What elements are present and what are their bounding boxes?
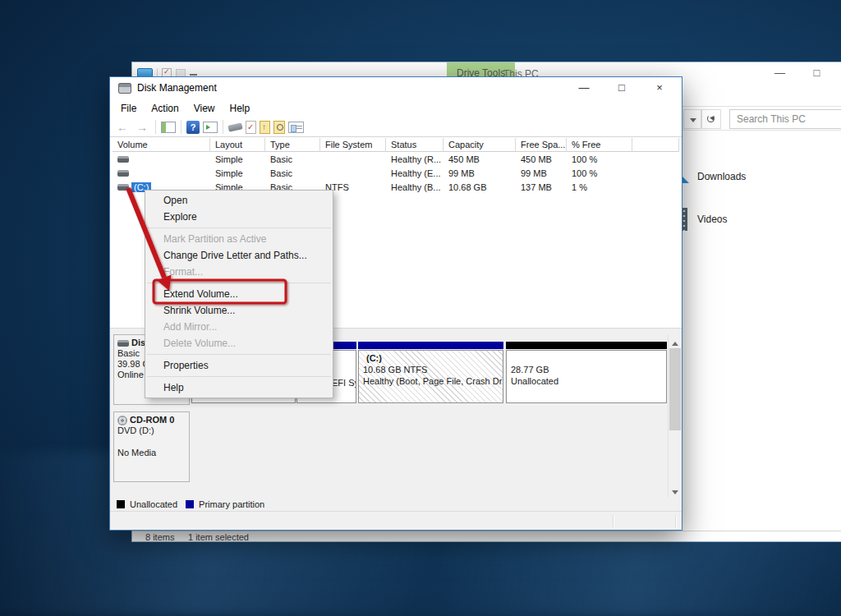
disk-management-icon [118, 83, 131, 94]
c-partition-name: (C:) [363, 352, 499, 364]
status-pane-divider [613, 515, 614, 527]
scroll-down-icon[interactable] [669, 485, 682, 497]
menu-item-format: Format... [145, 264, 333, 280]
console-tree-icon[interactable] [161, 122, 176, 133]
unallocated-size: 28.77 GB [511, 364, 662, 375]
cd-rom-icon [117, 416, 127, 425]
menu-item-explore[interactable]: Explore [145, 209, 333, 225]
scroll-up-icon[interactable] [669, 334, 682, 347]
toolbar-separator [223, 120, 223, 134]
back-arrow-icon[interactable] [114, 121, 131, 134]
dm-titlebar[interactable]: Disk Management — □ × [110, 77, 682, 99]
cdrom-media: No Media [117, 448, 186, 458]
dm-menubar: File Action View Help [110, 99, 682, 117]
menu-separator [147, 283, 331, 283]
nav-item-videos[interactable]: Videos [697, 214, 727, 225]
forward-arrow-icon[interactable] [134, 121, 150, 134]
efi-partition-text: EFI Sy [332, 377, 356, 388]
action-pane-icon[interactable] [203, 122, 218, 133]
dm-window-title: Disk Management [137, 77, 217, 99]
column-free-space[interactable]: Free Spa... [516, 138, 567, 152]
menu-file[interactable]: File [113, 103, 144, 114]
vertical-scrollbar[interactable] [668, 334, 681, 497]
legend-bar: Unallocated Primary partition [110, 497, 682, 511]
column-volume[interactable]: Volume [113, 138, 210, 152]
status-selected-count: 1 item selected [188, 532, 249, 542]
column-file-system[interactable]: File System [320, 138, 386, 152]
explorer-window-controls: — □ [761, 62, 835, 85]
volume-list-header: Volume Layout Type File System Status Ca… [113, 138, 679, 152]
legend-primary-label: Primary partition [199, 499, 264, 509]
menu-item-extend-volume[interactable]: Extend Volume... [145, 286, 333, 302]
column-layout[interactable]: Layout [210, 138, 265, 152]
unallocated-label: Unallocated [511, 375, 662, 387]
explorer-minimize-button[interactable]: — [761, 62, 798, 85]
legend-primary-swatch [186, 500, 194, 508]
menu-item-change-drive-letter[interactable]: Change Drive Letter and Paths... [145, 247, 333, 264]
dm-window-controls: — □ × [565, 77, 678, 99]
disk-icon [117, 340, 129, 347]
column-empty [632, 138, 679, 152]
column-capacity[interactable]: Capacity [443, 138, 516, 152]
search-folder-icon[interactable] [273, 121, 285, 134]
address-dropdown-icon[interactable] [683, 109, 701, 129]
dm-minimize-button[interactable]: — [565, 77, 603, 99]
menu-item-shrink-volume[interactable]: Shrink Volume... [145, 302, 333, 319]
column-type[interactable]: Type [265, 138, 320, 152]
nav-item-downloads[interactable]: Downloads [697, 171, 746, 182]
cdrom-name: CD-ROM 0 [130, 415, 174, 425]
status-item-count: 8 items [145, 532, 174, 542]
menu-item-help[interactable]: Help [145, 379, 333, 396]
volume-icon [117, 156, 129, 163]
c-partition[interactable]: (C:) 10.68 GB NTFS Healthy (Boot, Page F… [358, 350, 503, 403]
scrollbar-thumb[interactable] [669, 348, 681, 430]
videos-folder-icon [682, 208, 687, 231]
table-row[interactable]: Simple Basic Healthy (E... 99 MB 99 MB 1… [113, 166, 679, 180]
device-tool-icon[interactable] [227, 122, 242, 131]
toolbar-separator [181, 120, 182, 134]
customize-toolbar-icon[interactable] [190, 74, 197, 76]
menu-item-delete-volume: Delete Volume... [145, 335, 333, 352]
volume-list: Volume Layout Type File System Status Ca… [113, 138, 679, 194]
menu-item-open[interactable]: Open [145, 192, 333, 209]
dm-status-bar [110, 511, 682, 530]
cdrom-label[interactable]: CD-ROM 0 DVD (D:) No Media [113, 411, 190, 482]
menu-item-add-mirror: Add Mirror... [145, 319, 333, 335]
menu-separator [147, 228, 331, 228]
menu-item-mark-partition-active: Mark Partition as Active [145, 231, 333, 247]
dm-toolbar [110, 117, 682, 137]
column-status[interactable]: Status [386, 138, 443, 152]
column-pct-free[interactable]: % Free [567, 138, 632, 152]
c-partition-status: Healthy (Boot, Page File, Crash Dr [363, 375, 499, 387]
menu-view[interactable]: View [186, 103, 223, 114]
c-partition-bar [358, 342, 503, 349]
menu-separator [147, 354, 331, 355]
explorer-maximize-button[interactable]: □ [798, 62, 835, 85]
desktop: Drive Tools This PC — □ Downloads Videos… [0, 0, 841, 616]
refresh-icon[interactable] [701, 109, 721, 129]
unallocated-region[interactable]: 28.77 GB Unallocated [506, 350, 667, 403]
volume-icon [117, 170, 129, 177]
properties-icon[interactable] [288, 122, 304, 133]
volume-icon [117, 184, 129, 191]
explorer-status-bar: 8 items 1 item selected [132, 531, 841, 542]
unallocated-bar [506, 342, 667, 349]
disk-management-window: Disk Management — □ × File Action View H… [109, 76, 682, 531]
table-row[interactable]: Simple Basic Healthy (R... 450 MB 450 MB… [113, 152, 679, 166]
help-icon[interactable] [186, 121, 200, 134]
folder-up-icon[interactable] [260, 121, 270, 134]
downloads-folder-icon [682, 176, 689, 183]
legend-unallocated-swatch [117, 500, 125, 508]
c-partition-info: 10.68 GB NTFS [363, 364, 499, 375]
menu-separator [147, 376, 331, 377]
legend-unallocated-label: Unallocated [130, 499, 177, 509]
dm-close-button[interactable]: × [641, 77, 678, 99]
dm-maximize-button[interactable]: □ [603, 77, 641, 99]
menu-action[interactable]: Action [144, 103, 186, 114]
search-input[interactable] [729, 109, 841, 129]
menu-item-properties[interactable]: Properties [145, 357, 333, 374]
refresh-glyph [707, 115, 715, 122]
menu-help[interactable]: Help [223, 103, 258, 114]
task-check-icon[interactable] [246, 121, 256, 134]
cdrom-drive: DVD (D:) [117, 425, 186, 436]
